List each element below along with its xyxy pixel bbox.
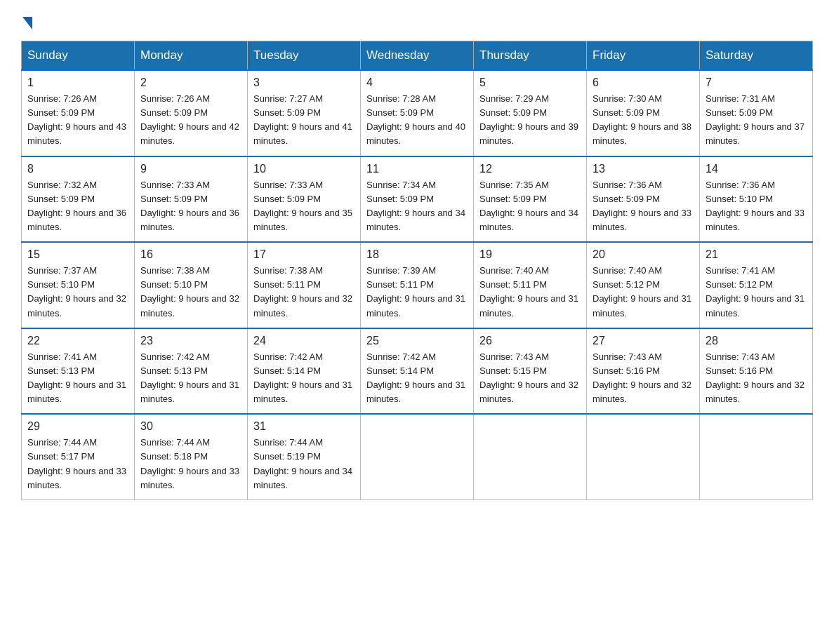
day-number: 1: [27, 76, 128, 89]
calendar-cell: 23 Sunrise: 7:42 AMSunset: 5:13 PMDaylig…: [135, 328, 248, 415]
day-info: Sunrise: 7:36 AMSunset: 5:09 PMDaylight:…: [593, 180, 691, 232]
day-info: Sunrise: 7:39 AMSunset: 5:11 PMDaylight:…: [366, 265, 465, 318]
calendar-cell: 11 Sunrise: 7:34 AMSunset: 5:09 PMDaylig…: [361, 156, 474, 243]
day-info: Sunrise: 7:26 AMSunset: 5:09 PMDaylight:…: [27, 93, 126, 146]
day-number: 8: [27, 163, 128, 175]
logo: [21, 14, 32, 27]
day-number: 24: [253, 335, 355, 347]
day-number: 26: [479, 335, 581, 347]
day-number: 22: [27, 335, 128, 347]
day-header-friday: Friday: [587, 41, 700, 71]
day-info: Sunrise: 7:33 AMSunset: 5:09 PMDaylight:…: [140, 180, 239, 232]
day-header-thursday: Thursday: [474, 41, 587, 71]
day-number: 6: [593, 76, 694, 89]
calendar-cell: 24 Sunrise: 7:42 AMSunset: 5:14 PMDaylig…: [248, 328, 361, 415]
calendar-cell: 29 Sunrise: 7:44 AMSunset: 5:17 PMDaylig…: [22, 414, 135, 499]
calendar-cell: [700, 414, 813, 499]
calendar-cell: 9 Sunrise: 7:33 AMSunset: 5:09 PMDayligh…: [135, 156, 248, 243]
day-info: Sunrise: 7:32 AMSunset: 5:09 PMDaylight:…: [27, 180, 126, 232]
day-number: 5: [479, 76, 581, 89]
day-info: Sunrise: 7:41 AMSunset: 5:12 PMDaylight:…: [706, 265, 805, 318]
calendar-cell: 21 Sunrise: 7:41 AMSunset: 5:12 PMDaylig…: [700, 242, 813, 328]
calendar-cell: 6 Sunrise: 7:30 AMSunset: 5:09 PMDayligh…: [587, 70, 700, 156]
day-number: 2: [140, 76, 241, 89]
day-info: Sunrise: 7:44 AMSunset: 5:19 PMDaylight:…: [253, 437, 352, 490]
day-info: Sunrise: 7:26 AMSunset: 5:09 PMDaylight:…: [140, 93, 239, 146]
day-number: 28: [706, 335, 807, 347]
calendar-cell: 16 Sunrise: 7:38 AMSunset: 5:10 PMDaylig…: [135, 242, 248, 328]
day-number: 13: [593, 163, 694, 175]
day-info: Sunrise: 7:38 AMSunset: 5:10 PMDaylight:…: [140, 265, 239, 318]
calendar-cell: 12 Sunrise: 7:35 AMSunset: 5:09 PMDaylig…: [474, 156, 587, 243]
day-header-tuesday: Tuesday: [248, 41, 361, 71]
calendar-cell: 2 Sunrise: 7:26 AMSunset: 5:09 PMDayligh…: [135, 70, 248, 156]
day-info: Sunrise: 7:37 AMSunset: 5:10 PMDaylight:…: [27, 265, 126, 318]
calendar-cell: 18 Sunrise: 7:39 AMSunset: 5:11 PMDaylig…: [361, 242, 474, 328]
calendar-cell: 5 Sunrise: 7:29 AMSunset: 5:09 PMDayligh…: [474, 70, 587, 156]
day-info: Sunrise: 7:40 AMSunset: 5:12 PMDaylight:…: [593, 265, 691, 318]
day-info: Sunrise: 7:44 AMSunset: 5:17 PMDaylight:…: [27, 437, 126, 490]
calendar-week-5: 29 Sunrise: 7:44 AMSunset: 5:17 PMDaylig…: [22, 414, 813, 499]
day-number: 7: [706, 76, 807, 89]
calendar-cell: 22 Sunrise: 7:41 AMSunset: 5:13 PMDaylig…: [22, 328, 135, 415]
day-number: 29: [27, 420, 128, 433]
calendar-cell: 13 Sunrise: 7:36 AMSunset: 5:09 PMDaylig…: [587, 156, 700, 243]
calendar-cell: 4 Sunrise: 7:28 AMSunset: 5:09 PMDayligh…: [361, 70, 474, 156]
day-number: 12: [479, 163, 581, 175]
day-info: Sunrise: 7:30 AMSunset: 5:09 PMDaylight:…: [593, 93, 691, 146]
calendar-week-1: 1 Sunrise: 7:26 AMSunset: 5:09 PMDayligh…: [22, 70, 813, 156]
day-number: 4: [366, 76, 468, 89]
calendar-week-3: 15 Sunrise: 7:37 AMSunset: 5:10 PMDaylig…: [22, 242, 813, 328]
calendar-header-row: SundayMondayTuesdayWednesdayThursdayFrid…: [22, 41, 813, 71]
day-header-sunday: Sunday: [22, 41, 135, 71]
day-number: 10: [253, 163, 355, 175]
day-number: 16: [140, 248, 241, 261]
day-info: Sunrise: 7:35 AMSunset: 5:09 PMDaylight:…: [479, 180, 578, 232]
day-number: 17: [253, 248, 355, 261]
day-header-wednesday: Wednesday: [361, 41, 474, 71]
day-number: 11: [366, 163, 468, 175]
day-number: 14: [706, 163, 807, 175]
day-number: 15: [27, 248, 128, 261]
calendar-cell: 17 Sunrise: 7:38 AMSunset: 5:11 PMDaylig…: [248, 242, 361, 328]
calendar-cell: [361, 414, 474, 499]
day-info: Sunrise: 7:42 AMSunset: 5:14 PMDaylight:…: [366, 351, 465, 404]
page-header: [21, 14, 813, 27]
calendar-cell: 27 Sunrise: 7:43 AMSunset: 5:16 PMDaylig…: [587, 328, 700, 415]
day-info: Sunrise: 7:28 AMSunset: 5:09 PMDaylight:…: [366, 93, 465, 146]
calendar-table: SundayMondayTuesdayWednesdayThursdayFrid…: [21, 41, 813, 500]
day-number: 21: [706, 248, 807, 261]
day-info: Sunrise: 7:43 AMSunset: 5:16 PMDaylight:…: [706, 351, 805, 404]
calendar-cell: 25 Sunrise: 7:42 AMSunset: 5:14 PMDaylig…: [361, 328, 474, 415]
day-info: Sunrise: 7:41 AMSunset: 5:13 PMDaylight:…: [27, 351, 126, 404]
calendar-cell: 15 Sunrise: 7:37 AMSunset: 5:10 PMDaylig…: [22, 242, 135, 328]
day-header-saturday: Saturday: [700, 41, 813, 71]
calendar-cell: 8 Sunrise: 7:32 AMSunset: 5:09 PMDayligh…: [22, 156, 135, 243]
day-info: Sunrise: 7:27 AMSunset: 5:09 PMDaylight:…: [253, 93, 352, 146]
day-info: Sunrise: 7:44 AMSunset: 5:18 PMDaylight:…: [140, 437, 239, 490]
day-info: Sunrise: 7:31 AMSunset: 5:09 PMDaylight:…: [706, 93, 805, 146]
day-number: 27: [593, 335, 694, 347]
calendar-cell: 19 Sunrise: 7:40 AMSunset: 5:11 PMDaylig…: [474, 242, 587, 328]
day-info: Sunrise: 7:40 AMSunset: 5:11 PMDaylight:…: [479, 265, 578, 318]
day-header-monday: Monday: [135, 41, 248, 71]
day-number: 23: [140, 335, 241, 347]
calendar-cell: [474, 414, 587, 499]
day-number: 19: [479, 248, 581, 261]
calendar-cell: 7 Sunrise: 7:31 AMSunset: 5:09 PMDayligh…: [700, 70, 813, 156]
day-info: Sunrise: 7:34 AMSunset: 5:09 PMDaylight:…: [366, 180, 465, 232]
calendar-cell: 1 Sunrise: 7:26 AMSunset: 5:09 PMDayligh…: [22, 70, 135, 156]
calendar-cell: 30 Sunrise: 7:44 AMSunset: 5:18 PMDaylig…: [135, 414, 248, 499]
day-info: Sunrise: 7:36 AMSunset: 5:10 PMDaylight:…: [706, 180, 805, 232]
calendar-week-4: 22 Sunrise: 7:41 AMSunset: 5:13 PMDaylig…: [22, 328, 813, 415]
day-info: Sunrise: 7:29 AMSunset: 5:09 PMDaylight:…: [479, 93, 578, 146]
day-info: Sunrise: 7:38 AMSunset: 5:11 PMDaylight:…: [253, 265, 352, 318]
day-info: Sunrise: 7:33 AMSunset: 5:09 PMDaylight:…: [253, 180, 352, 232]
calendar-cell: 28 Sunrise: 7:43 AMSunset: 5:16 PMDaylig…: [700, 328, 813, 415]
day-number: 30: [140, 420, 241, 433]
day-number: 31: [253, 420, 355, 433]
calendar-cell: 31 Sunrise: 7:44 AMSunset: 5:19 PMDaylig…: [248, 414, 361, 499]
calendar-week-2: 8 Sunrise: 7:32 AMSunset: 5:09 PMDayligh…: [22, 156, 813, 243]
calendar-cell: 20 Sunrise: 7:40 AMSunset: 5:12 PMDaylig…: [587, 242, 700, 328]
day-number: 9: [140, 163, 241, 175]
